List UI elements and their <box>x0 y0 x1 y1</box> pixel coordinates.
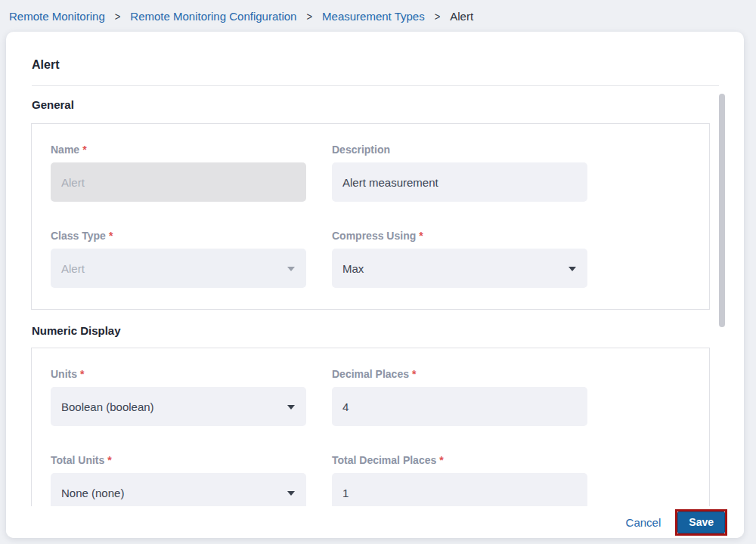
compress-using-label: Compress Using* <box>332 230 587 242</box>
required-asterisk: * <box>439 454 443 466</box>
chevron-down-icon <box>287 267 295 271</box>
save-button[interactable]: Save <box>677 512 725 533</box>
section-title-general: General <box>32 98 74 111</box>
form-scroll-area: General Name* Description Class Type* Al… <box>6 86 732 508</box>
compress-using-select[interactable]: Max <box>332 249 587 288</box>
class-type-select-value: Alert <box>61 262 85 275</box>
save-annotation-highlight: Save <box>675 509 727 536</box>
description-input[interactable] <box>332 162 587 202</box>
total-decimal-places-input[interactable] <box>332 473 587 508</box>
field-name: Name* <box>51 144 306 202</box>
footer-bar: Cancel Save <box>6 506 744 538</box>
chevron-down-icon <box>287 491 295 496</box>
units-label: Units* <box>51 368 306 380</box>
field-units: Units* Boolean (boolean) <box>51 368 306 426</box>
required-asterisk: * <box>82 144 86 156</box>
total-decimal-places-label: Total Decimal Places* <box>332 454 587 466</box>
breadcrumb-current-page: Alert <box>450 10 473 23</box>
name-input <box>51 162 306 202</box>
total-units-label: Total Units* <box>51 454 306 466</box>
required-asterisk: * <box>80 368 84 380</box>
required-asterisk: * <box>419 230 423 242</box>
decimal-places-input[interactable] <box>332 387 587 426</box>
breadcrumb-link-measurement-types[interactable]: Measurement Types <box>322 10 425 23</box>
chevron-right-icon: > <box>115 9 121 22</box>
field-total-units: Total Units* None (none) <box>51 454 306 508</box>
field-class-type: Class Type* Alert <box>51 230 306 288</box>
chevron-down-icon <box>569 267 576 271</box>
field-total-decimal-places: Total Decimal Places* <box>332 454 587 508</box>
units-select[interactable]: Boolean (boolean) <box>51 387 306 426</box>
page-title: Alert <box>32 58 59 72</box>
compress-using-select-value: Max <box>342 262 364 275</box>
cancel-button[interactable]: Cancel <box>626 516 662 529</box>
field-decimal-places: Decimal Places* <box>332 368 587 426</box>
breadcrumb-link-remote-monitoring[interactable]: Remote Monitoring <box>9 10 105 23</box>
required-asterisk: * <box>412 368 416 380</box>
units-select-value: Boolean (boolean) <box>61 400 154 413</box>
general-fieldset: Name* Description Class Type* Alert Comp… <box>31 123 710 310</box>
decimal-places-label: Decimal Places* <box>332 368 587 380</box>
class-type-label: Class Type* <box>51 230 306 242</box>
measurement-type-card: Alert General Name* Description Class Ty… <box>6 32 744 538</box>
total-units-select-value: None (none) <box>61 487 124 499</box>
breadcrumb: Remote Monitoring > Remote Monitoring Co… <box>0 0 756 32</box>
required-asterisk: * <box>109 230 113 242</box>
chevron-right-icon: > <box>306 9 312 22</box>
name-label: Name* <box>51 144 306 156</box>
field-compress-using: Compress Using* Max <box>332 230 587 288</box>
chevron-right-icon: > <box>435 9 441 22</box>
description-label: Description <box>332 144 587 156</box>
required-asterisk: * <box>107 454 111 466</box>
breadcrumb-link-remote-monitoring-configuration[interactable]: Remote Monitoring Configuration <box>130 10 296 23</box>
chevron-down-icon <box>287 405 295 410</box>
scrollbar-thumb[interactable] <box>719 94 725 327</box>
field-description: Description <box>332 144 587 202</box>
total-units-select[interactable]: None (none) <box>51 473 306 508</box>
numeric-display-fieldset: Units* Boolean (boolean) Decimal Places*… <box>31 348 710 508</box>
section-title-numeric-display: Numeric Display <box>32 324 121 337</box>
class-type-select: Alert <box>51 249 306 288</box>
